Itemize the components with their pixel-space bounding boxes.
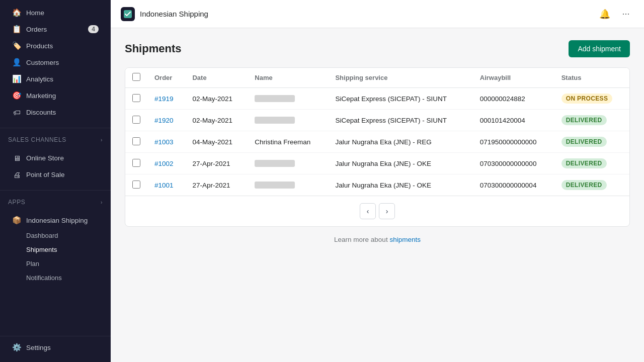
row-checkbox-cell[interactable]	[125, 153, 147, 174]
row-checkbox[interactable]	[132, 180, 140, 189]
table-row: #100304-May-2021Christina FreemanJalur N…	[125, 131, 629, 153]
sidebar-item-indonesian-shipping[interactable]: 📦 Indonesian Shipping	[4, 212, 107, 228]
indonesian-shipping-icon: 📦	[12, 216, 21, 225]
sidebar-item-marketing-label: Marketing	[26, 92, 56, 100]
sidebar-subitem-plan[interactable]: Plan	[4, 257, 107, 270]
shipments-learn-more-link[interactable]: shipments	[389, 236, 421, 243]
order-cell: #1001	[147, 174, 185, 196]
sidebar-item-home[interactable]: 🏠 Home	[4, 5, 107, 21]
sidebar-item-discounts-label: Discounts	[26, 109, 56, 116]
sidebar-item-point-of-sale[interactable]: 🖨 Point of Sale	[4, 166, 107, 183]
name-cell: Christina Freeman	[248, 131, 328, 153]
sidebar-item-settings-label: Settings	[26, 344, 51, 351]
app-icon	[121, 7, 135, 21]
sidebar-item-online-store-label: Online Store	[26, 154, 64, 162]
status-column-header: Status	[554, 68, 629, 88]
sidebar-item-discounts[interactable]: 🏷 Discounts	[4, 104, 107, 120]
date-cell: 02-May-2021	[185, 110, 248, 131]
status-cell: DELIVERED	[554, 131, 629, 153]
row-checkbox-cell[interactable]	[125, 110, 147, 131]
shipping-service-cell: SiCepat Express (SICEPAT) - SIUNT	[328, 88, 472, 110]
add-shipment-button[interactable]: Add shipment	[569, 40, 630, 57]
more-options-button[interactable]: ···	[618, 6, 634, 22]
sidebar-item-products[interactable]: 🏷️ Products	[4, 38, 107, 54]
sidebar-item-customers[interactable]: 👤 Customers	[4, 54, 107, 70]
sidebar-subitem-shipments[interactable]: Shipments	[4, 243, 107, 256]
select-all-checkbox[interactable]	[132, 73, 140, 81]
order-cell: #1002	[147, 153, 185, 174]
order-cell: #1003	[147, 131, 185, 153]
name-cell: Jane Doe	[248, 88, 328, 110]
main-content: Indonesian Shipping 🔔 ··· Shipments Add …	[111, 0, 644, 362]
sidebar-item-online-store[interactable]: 🖥 Online Store	[4, 150, 107, 166]
plan-label: Plan	[26, 260, 39, 267]
name-cell: Leo Norman	[248, 174, 328, 196]
sidebar-item-point-of-sale-label: Point of Sale	[26, 171, 65, 178]
airwaybill-cell: 000000024882	[473, 88, 554, 110]
dashboard-label: Dashboard	[26, 232, 58, 239]
airwaybill-cell: 070300000000004	[473, 174, 554, 196]
order-link[interactable]: #1919	[154, 95, 174, 103]
order-link[interactable]: #1003	[154, 138, 174, 146]
table-row: #100227-Apr-2021Allen JonesJalur Nugraha…	[125, 153, 629, 174]
order-cell: #1920	[147, 110, 185, 131]
sidebar-subitem-notifications[interactable]: Notifications	[4, 271, 107, 285]
sales-channels-header: Sales channels ›	[0, 131, 111, 145]
sidebar-item-analytics-label: Analytics	[26, 75, 53, 83]
table-header-row: Order Date Name Shipping service Airwayb…	[125, 68, 629, 88]
pagination: ‹ ›	[125, 196, 629, 226]
shipping-service-cell: SiCepat Express (SICEPAT) - SIUNT	[328, 110, 472, 131]
shipping-service-cell: Jalur Nugraha Eka (JNE) - OKE	[328, 174, 472, 196]
learn-more-section: Learn more about shipments	[125, 236, 630, 243]
order-link[interactable]: #1001	[154, 182, 174, 189]
marketing-icon: 🎯	[12, 91, 21, 100]
sidebar-item-orders[interactable]: 📋 Orders 4	[4, 21, 107, 37]
next-page-button[interactable]: ›	[379, 203, 395, 219]
chevron-right-icon[interactable]: ›	[101, 137, 103, 143]
row-checkbox[interactable]	[132, 159, 140, 167]
sidebar-item-orders-label: Orders	[26, 26, 47, 33]
table-row: #191902-May-2021Jane DoeSiCepat Express …	[125, 88, 629, 110]
row-checkbox-cell[interactable]	[125, 131, 147, 153]
online-store-icon: 🖥	[12, 153, 21, 162]
apps-header: Apps ›	[0, 194, 111, 208]
notifications-label: Notifications	[26, 274, 62, 282]
row-checkbox-cell[interactable]	[125, 174, 147, 196]
sidebar-item-products-label: Products	[26, 42, 53, 50]
order-link[interactable]: #1002	[154, 160, 174, 167]
sidebar-item-analytics[interactable]: 📊 Analytics	[4, 71, 107, 87]
status-badge: DELIVERED	[561, 158, 607, 168]
page-content: Shipments Add shipment Order Date Name S…	[111, 28, 644, 362]
topbar-title: Indonesian Shipping	[140, 10, 208, 18]
order-column-header: Order	[147, 68, 185, 88]
chevron-right-icon-apps[interactable]: ›	[101, 200, 103, 205]
prev-page-button[interactable]: ‹	[360, 203, 376, 219]
row-checkbox-cell[interactable]	[125, 88, 147, 110]
airwaybill-cell: 000101420004	[473, 110, 554, 131]
shipping-service-cell: Jalur Nugraha Eka (JNE) - REG	[328, 131, 472, 153]
orders-badge: 4	[88, 25, 99, 33]
status-badge: DELIVERED	[561, 137, 607, 147]
row-checkbox[interactable]	[132, 116, 140, 124]
sidebar-item-marketing[interactable]: 🎯 Marketing	[4, 87, 107, 104]
select-all-header[interactable]	[125, 68, 147, 88]
table-body: #191902-May-2021Jane DoeSiCepat Express …	[125, 88, 629, 196]
sidebar-subitem-dashboard[interactable]: Dashboard	[4, 229, 107, 242]
table-row: #100127-Apr-2021Leo NormanJalur Nugraha …	[125, 174, 629, 196]
date-column-header: Date	[185, 68, 248, 88]
status-cell: DELIVERED	[554, 153, 629, 174]
date-cell: 27-Apr-2021	[185, 174, 248, 196]
sidebar-item-settings[interactable]: ⚙️ Settings	[4, 339, 107, 355]
shipments-table: Order Date Name Shipping service Airwayb…	[125, 68, 629, 196]
bell-button[interactable]: 🔔	[597, 6, 613, 22]
discounts-icon: 🏷	[12, 108, 21, 117]
order-link[interactable]: #1920	[154, 117, 174, 124]
shipments-table-card: Order Date Name Shipping service Airwayb…	[125, 67, 630, 227]
status-badge: DELIVERED	[561, 115, 607, 125]
page-title: Shipments	[125, 42, 181, 55]
row-checkbox[interactable]	[132, 94, 140, 102]
table-row: #192002-May-2021John DoeSiCepat Express …	[125, 110, 629, 131]
row-checkbox[interactable]	[132, 137, 140, 145]
sidebar-item-indonesian-shipping-label: Indonesian Shipping	[26, 217, 88, 224]
home-icon: 🏠	[12, 8, 21, 17]
